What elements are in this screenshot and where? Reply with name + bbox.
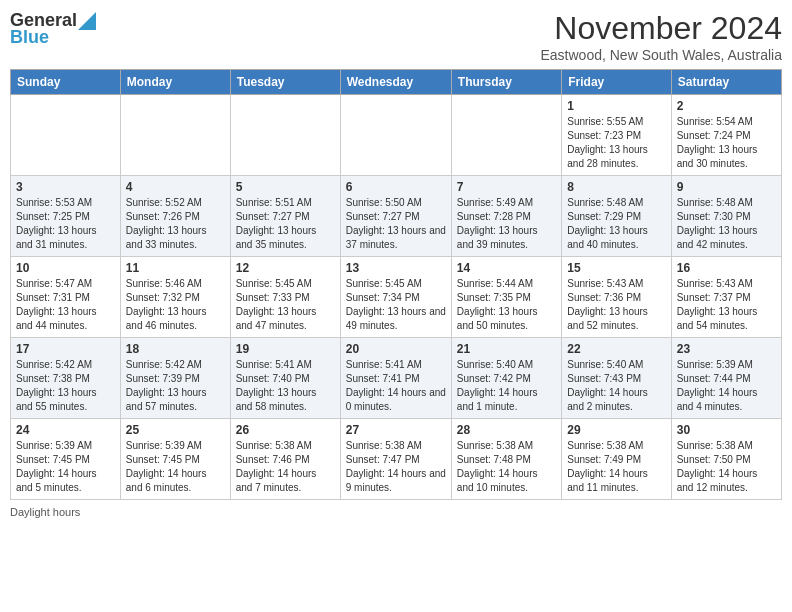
day-number: 9 [677,180,776,194]
day-number: 19 [236,342,335,356]
footer: Daylight hours [10,506,782,518]
header-day-monday: Monday [120,70,230,95]
day-info: Sunrise: 5:45 AM Sunset: 7:34 PM Dayligh… [346,277,446,333]
day-number: 3 [16,180,115,194]
calendar-week-row: 17Sunrise: 5:42 AM Sunset: 7:38 PM Dayli… [11,338,782,419]
day-number: 1 [567,99,665,113]
day-info: Sunrise: 5:40 AM Sunset: 7:42 PM Dayligh… [457,358,556,414]
day-number: 29 [567,423,665,437]
day-number: 10 [16,261,115,275]
day-number: 16 [677,261,776,275]
calendar-cell: 14Sunrise: 5:44 AM Sunset: 7:35 PM Dayli… [451,257,561,338]
day-number: 2 [677,99,776,113]
calendar-cell: 22Sunrise: 5:40 AM Sunset: 7:43 PM Dayli… [562,338,671,419]
day-info: Sunrise: 5:43 AM Sunset: 7:36 PM Dayligh… [567,277,665,333]
calendar-cell: 20Sunrise: 5:41 AM Sunset: 7:41 PM Dayli… [340,338,451,419]
calendar-cell: 8Sunrise: 5:48 AM Sunset: 7:29 PM Daylig… [562,176,671,257]
day-info: Sunrise: 5:55 AM Sunset: 7:23 PM Dayligh… [567,115,665,171]
day-info: Sunrise: 5:48 AM Sunset: 7:29 PM Dayligh… [567,196,665,252]
calendar-cell [11,95,121,176]
day-number: 24 [16,423,115,437]
day-info: Sunrise: 5:46 AM Sunset: 7:32 PM Dayligh… [126,277,225,333]
logo: General Blue [10,10,96,48]
day-info: Sunrise: 5:54 AM Sunset: 7:24 PM Dayligh… [677,115,776,171]
day-info: Sunrise: 5:38 AM Sunset: 7:48 PM Dayligh… [457,439,556,495]
calendar-cell: 24Sunrise: 5:39 AM Sunset: 7:45 PM Dayli… [11,419,121,500]
main-title: November 2024 [541,10,783,47]
calendar-table: SundayMondayTuesdayWednesdayThursdayFrid… [10,69,782,500]
day-info: Sunrise: 5:41 AM Sunset: 7:40 PM Dayligh… [236,358,335,414]
calendar-cell: 29Sunrise: 5:38 AM Sunset: 7:49 PM Dayli… [562,419,671,500]
day-number: 5 [236,180,335,194]
calendar-cell: 9Sunrise: 5:48 AM Sunset: 7:30 PM Daylig… [671,176,781,257]
day-info: Sunrise: 5:38 AM Sunset: 7:49 PM Dayligh… [567,439,665,495]
day-number: 4 [126,180,225,194]
calendar-cell: 11Sunrise: 5:46 AM Sunset: 7:32 PM Dayli… [120,257,230,338]
calendar-cell [120,95,230,176]
calendar-cell: 25Sunrise: 5:39 AM Sunset: 7:45 PM Dayli… [120,419,230,500]
day-info: Sunrise: 5:51 AM Sunset: 7:27 PM Dayligh… [236,196,335,252]
header-day-tuesday: Tuesday [230,70,340,95]
calendar-week-row: 3Sunrise: 5:53 AM Sunset: 7:25 PM Daylig… [11,176,782,257]
day-number: 12 [236,261,335,275]
day-info: Sunrise: 5:45 AM Sunset: 7:33 PM Dayligh… [236,277,335,333]
day-info: Sunrise: 5:52 AM Sunset: 7:26 PM Dayligh… [126,196,225,252]
day-number: 7 [457,180,556,194]
day-info: Sunrise: 5:43 AM Sunset: 7:37 PM Dayligh… [677,277,776,333]
day-number: 27 [346,423,446,437]
calendar-header-row: SundayMondayTuesdayWednesdayThursdayFrid… [11,70,782,95]
calendar-cell: 6Sunrise: 5:50 AM Sunset: 7:27 PM Daylig… [340,176,451,257]
day-number: 8 [567,180,665,194]
calendar-cell: 3Sunrise: 5:53 AM Sunset: 7:25 PM Daylig… [11,176,121,257]
calendar-cell: 2Sunrise: 5:54 AM Sunset: 7:24 PM Daylig… [671,95,781,176]
calendar-week-row: 10Sunrise: 5:47 AM Sunset: 7:31 PM Dayli… [11,257,782,338]
day-info: Sunrise: 5:40 AM Sunset: 7:43 PM Dayligh… [567,358,665,414]
calendar-cell: 16Sunrise: 5:43 AM Sunset: 7:37 PM Dayli… [671,257,781,338]
subtitle: Eastwood, New South Wales, Australia [541,47,783,63]
day-number: 17 [16,342,115,356]
calendar-cell: 5Sunrise: 5:51 AM Sunset: 7:27 PM Daylig… [230,176,340,257]
calendar-cell: 13Sunrise: 5:45 AM Sunset: 7:34 PM Dayli… [340,257,451,338]
day-info: Sunrise: 5:44 AM Sunset: 7:35 PM Dayligh… [457,277,556,333]
logo-blue: Blue [10,27,49,48]
day-info: Sunrise: 5:48 AM Sunset: 7:30 PM Dayligh… [677,196,776,252]
day-number: 18 [126,342,225,356]
calendar-cell: 26Sunrise: 5:38 AM Sunset: 7:46 PM Dayli… [230,419,340,500]
calendar-cell: 19Sunrise: 5:41 AM Sunset: 7:40 PM Dayli… [230,338,340,419]
day-info: Sunrise: 5:38 AM Sunset: 7:50 PM Dayligh… [677,439,776,495]
day-number: 6 [346,180,446,194]
calendar-week-row: 1Sunrise: 5:55 AM Sunset: 7:23 PM Daylig… [11,95,782,176]
day-number: 20 [346,342,446,356]
calendar-cell: 18Sunrise: 5:42 AM Sunset: 7:39 PM Dayli… [120,338,230,419]
day-number: 15 [567,261,665,275]
day-number: 28 [457,423,556,437]
day-info: Sunrise: 5:39 AM Sunset: 7:44 PM Dayligh… [677,358,776,414]
day-info: Sunrise: 5:42 AM Sunset: 7:38 PM Dayligh… [16,358,115,414]
header-day-saturday: Saturday [671,70,781,95]
day-info: Sunrise: 5:39 AM Sunset: 7:45 PM Dayligh… [126,439,225,495]
calendar-cell [230,95,340,176]
day-info: Sunrise: 5:47 AM Sunset: 7:31 PM Dayligh… [16,277,115,333]
header-day-friday: Friday [562,70,671,95]
day-number: 13 [346,261,446,275]
title-area: November 2024 Eastwood, New South Wales,… [541,10,783,63]
day-number: 23 [677,342,776,356]
day-number: 14 [457,261,556,275]
calendar-cell: 4Sunrise: 5:52 AM Sunset: 7:26 PM Daylig… [120,176,230,257]
page-header: General Blue November 2024 Eastwood, New… [10,10,782,63]
header-day-sunday: Sunday [11,70,121,95]
calendar-cell: 12Sunrise: 5:45 AM Sunset: 7:33 PM Dayli… [230,257,340,338]
day-info: Sunrise: 5:50 AM Sunset: 7:27 PM Dayligh… [346,196,446,252]
svg-marker-0 [78,12,96,30]
day-info: Sunrise: 5:41 AM Sunset: 7:41 PM Dayligh… [346,358,446,414]
calendar-week-row: 24Sunrise: 5:39 AM Sunset: 7:45 PM Dayli… [11,419,782,500]
calendar-cell: 28Sunrise: 5:38 AM Sunset: 7:48 PM Dayli… [451,419,561,500]
day-number: 30 [677,423,776,437]
calendar-cell: 1Sunrise: 5:55 AM Sunset: 7:23 PM Daylig… [562,95,671,176]
day-number: 25 [126,423,225,437]
calendar-cell: 27Sunrise: 5:38 AM Sunset: 7:47 PM Dayli… [340,419,451,500]
day-number: 26 [236,423,335,437]
day-info: Sunrise: 5:39 AM Sunset: 7:45 PM Dayligh… [16,439,115,495]
calendar-cell: 10Sunrise: 5:47 AM Sunset: 7:31 PM Dayli… [11,257,121,338]
calendar-cell [340,95,451,176]
